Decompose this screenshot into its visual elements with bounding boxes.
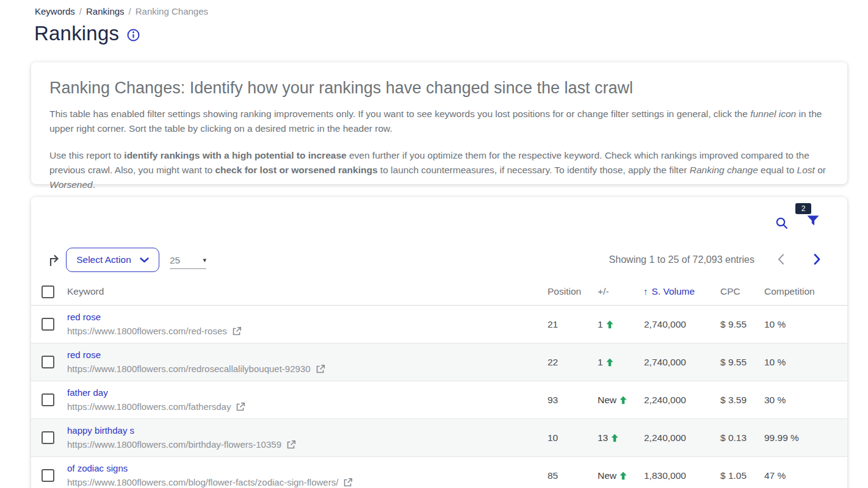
change-amount: New xyxy=(598,381,617,419)
breadcrumb-separator: / xyxy=(79,6,82,16)
page-size-caret-icon: ▾ xyxy=(203,256,206,264)
export-icon[interactable] xyxy=(48,251,62,267)
breadcrumb-rankings[interactable]: Rankings xyxy=(86,6,125,16)
chevron-down-icon xyxy=(140,257,149,263)
column-header-change[interactable]: +/- xyxy=(598,279,609,306)
keyword-url: https://www.1800flowers.com/blog/flower-… xyxy=(67,476,338,488)
select-action-dropdown[interactable]: Select Action xyxy=(66,248,159,272)
competition-value: 99.99 % xyxy=(764,419,799,457)
search-icon[interactable] xyxy=(775,217,789,230)
row-checkbox[interactable] xyxy=(42,318,54,331)
column-header-cpc[interactable]: CPC xyxy=(720,279,740,306)
info-card: Ranking Changes: Identify how your ranki… xyxy=(31,62,847,184)
competition-value: 10 % xyxy=(764,343,786,381)
rankings-page: Keywords / Rankings / Ranking Changes Ra… xyxy=(0,0,868,488)
column-header-keyword[interactable]: Keyword xyxy=(67,279,104,306)
info-icon[interactable] xyxy=(127,29,140,41)
keyword-url: https://www.1800flowers.com/redrosecalla… xyxy=(67,363,311,375)
arrow-up-icon xyxy=(620,396,627,404)
keyword-link[interactable]: father day xyxy=(67,387,108,399)
change-value: 13 xyxy=(598,419,618,457)
search-volume-value: 2,740,000 xyxy=(644,343,686,381)
breadcrumb-ranking-changes: Ranking Changes xyxy=(136,6,208,16)
showing-entries-text: Showing 1 to 25 of 72,093 entries xyxy=(609,254,754,265)
external-link-icon[interactable] xyxy=(316,364,325,374)
search-volume-value: 1,830,000 xyxy=(644,457,686,488)
keyword-link[interactable]: happy birthday s xyxy=(67,425,134,437)
arrow-up-icon xyxy=(606,320,613,329)
change-value: 1 xyxy=(598,306,613,343)
change-amount: 13 xyxy=(598,419,608,457)
row-checkbox[interactable] xyxy=(42,356,54,368)
position-value: 10 xyxy=(548,419,558,457)
page-title: Rankings xyxy=(34,22,119,45)
keyword-link[interactable]: red rose xyxy=(67,349,101,361)
column-header-s-volume[interactable]: ↑S. Volume xyxy=(643,279,695,306)
position-value: 85 xyxy=(548,457,558,488)
competition-value: 10 % xyxy=(764,306,786,343)
table-row: red rose https://www.1800flowers.com/red… xyxy=(31,306,847,343)
external-link-icon[interactable] xyxy=(286,440,296,450)
page-size-value: 25 xyxy=(170,255,180,266)
column-header-position[interactable]: Position xyxy=(548,279,581,306)
info-card-paragraph-1: This table has enabled filter settings s… xyxy=(49,107,829,136)
row-checkbox[interactable] xyxy=(42,393,54,406)
table-header-row: Keyword Position +/- ↑S. Volume CPC Comp… xyxy=(31,279,847,306)
competition-value: 47 % xyxy=(764,457,786,488)
external-link-icon[interactable] xyxy=(236,402,245,412)
change-amount: 1 xyxy=(598,343,603,381)
keyword-url: https://www.1800flowers.com/red-roses xyxy=(67,325,227,337)
page-size-select[interactable]: 25 ▾ xyxy=(170,252,206,269)
cpc-value: $ 9.55 xyxy=(720,306,747,343)
search-volume-value: 2,240,000 xyxy=(644,419,686,457)
select-action-label: Select Action xyxy=(76,254,131,265)
row-checkbox[interactable] xyxy=(42,431,54,444)
position-value: 22 xyxy=(548,343,558,381)
pagination-next-button[interactable] xyxy=(810,251,824,269)
cpc-value: $ 1.05 xyxy=(720,457,747,488)
table-row: father day https://www.1800flowers.com/f… xyxy=(31,381,847,419)
filter-count-badge: 2 xyxy=(795,203,811,214)
change-amount: 1 xyxy=(598,306,603,343)
table-body: red rose https://www.1800flowers.com/red… xyxy=(31,306,847,488)
change-value: New xyxy=(598,457,627,488)
info-card-paragraph-2: Use this report to identify rankings wit… xyxy=(49,148,829,192)
breadcrumb: Keywords / Rankings / Ranking Changes xyxy=(35,6,208,16)
change-amount: New xyxy=(598,457,617,488)
chevron-right-icon xyxy=(814,254,820,265)
funnel-icon[interactable] xyxy=(806,213,820,228)
column-header-competition[interactable]: Competition xyxy=(764,279,815,306)
row-checkbox[interactable] xyxy=(42,469,54,482)
select-all-checkbox[interactable] xyxy=(42,285,54,298)
cpc-value: $ 3.59 xyxy=(720,381,747,419)
keyword-url: https://www.1800flowers.com/fathersday xyxy=(67,401,231,413)
arrow-up-icon xyxy=(606,358,613,367)
sort-ascending-icon: ↑ xyxy=(643,286,648,296)
ranking-table-card: 2 Select Action 25 ▾ Showing 1 to 25 of … xyxy=(31,197,847,488)
breadcrumb-keywords[interactable]: Keywords xyxy=(35,6,75,16)
chevron-left-icon xyxy=(778,254,784,265)
arrow-up-icon xyxy=(611,434,618,442)
keyword-link[interactable]: red rose xyxy=(67,311,101,323)
search-volume-value: 2,240,000 xyxy=(644,381,686,419)
table-row: happy birthday s https://www.1800flowers… xyxy=(31,419,847,457)
external-link-icon[interactable] xyxy=(232,326,242,336)
cpc-value: $ 0.13 xyxy=(720,419,747,457)
keyword-link[interactable]: of zodiac signs xyxy=(67,462,128,475)
arrow-up-icon xyxy=(620,472,627,480)
competition-value: 30 % xyxy=(764,381,786,419)
position-value: 21 xyxy=(548,306,558,343)
keyword-url: https://www.1800flowers.com/birthday-flo… xyxy=(67,439,281,451)
external-link-icon[interactable] xyxy=(343,478,353,487)
breadcrumb-separator: / xyxy=(129,6,131,16)
pagination-prev-button[interactable] xyxy=(774,251,788,269)
cpc-value: $ 9.55 xyxy=(720,343,747,381)
table-row: of zodiac signs https://www.1800flowers.… xyxy=(31,457,847,488)
search-volume-value: 2,740,000 xyxy=(644,306,686,343)
change-value: 1 xyxy=(598,343,613,381)
table-row: red rose https://www.1800flowers.com/red… xyxy=(31,343,847,381)
change-value: New xyxy=(598,381,627,419)
position-value: 93 xyxy=(548,381,558,419)
info-card-heading: Ranking Changes: Identify how your ranki… xyxy=(49,79,829,98)
